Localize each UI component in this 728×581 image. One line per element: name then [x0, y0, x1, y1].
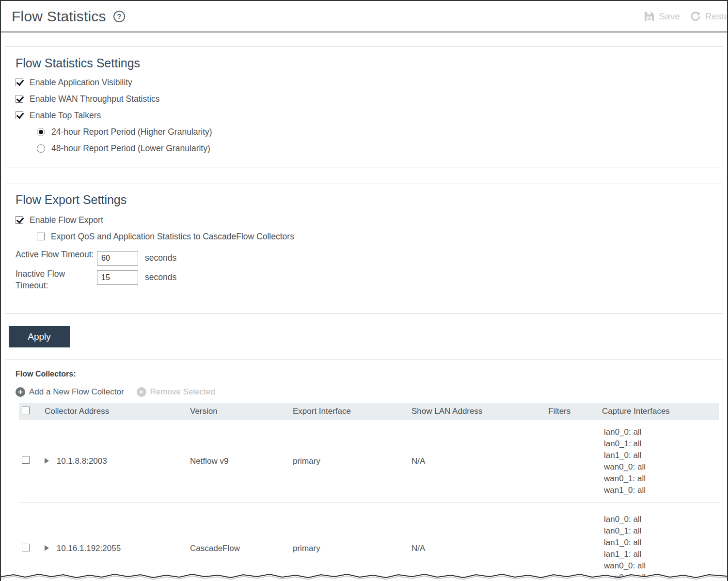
capture-interface: lan0_1: all [602, 525, 719, 537]
collector-filters [548, 420, 602, 502]
option-48-hour-report-period[interactable]: 48-hour Report Period (Lower Granularity… [37, 143, 723, 154]
capture-interface: wan0_0: all [602, 461, 719, 473]
restart-icon [690, 11, 701, 22]
column-header-export-interface: Export Interface [293, 403, 411, 420]
checkbox-icon[interactable] [16, 111, 23, 119]
section-heading-flow-statistics-settings: Flow Statistics Settings [16, 55, 723, 71]
option-24-hour-report-period[interactable]: 24-hour Report Period (Higher Granularit… [37, 126, 723, 137]
capture-interface: lan0_0: all [602, 426, 719, 438]
flow-collectors-toolbar: + Add a New Flow Collector ✕ Remove Sele… [16, 387, 723, 397]
collector-row: 10.1.8.8:2003 Netflow v9 primary N/A lan… [19, 420, 719, 502]
expand-arrow-icon[interactable] [45, 545, 49, 551]
torn-edge-decoration [1, 572, 727, 581]
help-icon[interactable]: ? [113, 11, 125, 22]
collector-address: 10.1.8.8:2003 [57, 456, 107, 466]
option-label: 24-hour Report Period (Higher Granularit… [51, 127, 212, 137]
plus-icon: + [16, 387, 25, 397]
save-icon [644, 11, 655, 22]
flow-collectors-label: Flow Collectors: [16, 370, 723, 378]
option-enable-application-visibility[interactable]: Enable Application Visibility [16, 77, 723, 88]
active-flow-timeout-row: Active Flow Timeout: seconds [16, 249, 723, 266]
flow-collectors-table: Collector Address Version Export Interfa… [19, 403, 719, 581]
section-heading-flow-export-settings: Flow Export Settings [16, 191, 723, 208]
capture-interface: lan0_1: all [602, 438, 719, 450]
row-checkbox[interactable] [22, 456, 30, 464]
checkbox-icon[interactable] [16, 79, 23, 86]
capture-interface: wan0_0: all [602, 560, 719, 572]
add-flow-collector-button[interactable]: + Add a New Flow Collector [16, 387, 124, 397]
collector-version: CascadeFlow [190, 502, 293, 581]
flow-statistics-settings-panel: Flow Statistics Settings Enable Applicat… [5, 46, 723, 168]
flow-collectors-panel: Flow Collectors: + Add a New Flow Collec… [5, 360, 723, 581]
apply-button[interactable]: Apply [9, 326, 70, 347]
flow-export-settings-panel: Flow Export Settings Enable Flow Export … [5, 184, 723, 314]
expand-arrow-icon[interactable] [45, 458, 49, 464]
save-button[interactable]: Save [644, 11, 680, 22]
capture-interface: lan1_1: all [602, 549, 719, 560]
table-header-row: Collector Address Version Export Interfa… [19, 403, 719, 420]
inactive-flow-timeout-row: Inactive Flow Timeout: seconds [16, 268, 723, 291]
option-enable-top-talkers[interactable]: Enable Top Talkers [16, 110, 723, 121]
column-header-filters: Filters [548, 403, 602, 420]
titlebar-actions: Save Restart [644, 1, 728, 31]
checkbox-icon[interactable] [16, 216, 23, 224]
restart-label: Restart [705, 11, 728, 22]
unit-label: seconds [145, 272, 176, 283]
titlebar: Flow Statistics ? Save Restart [1, 1, 727, 32]
inactive-flow-timeout-input[interactable] [97, 270, 138, 285]
main-content: Flow Statistics Settings Enable Applicat… [1, 46, 727, 581]
flow-statistics-page: Flow Statistics ? Save Restart [0, 0, 728, 581]
save-label: Save [659, 11, 680, 22]
column-header-capture-interfaces: Capture Interfaces [602, 403, 719, 420]
restart-button[interactable]: Restart [690, 11, 728, 22]
capture-interface: wan0_1: all [602, 473, 719, 485]
collector-filters [548, 502, 602, 581]
remove-selected-label: Remove Selected [150, 387, 215, 397]
remove-selected-button[interactable]: ✕ Remove Selected [137, 387, 215, 397]
option-label: Enable Flow Export [30, 215, 103, 225]
option-export-qos-statistics[interactable]: Export QoS and Application Statistics to… [37, 231, 723, 242]
collector-show-lan: N/A [411, 502, 548, 581]
checkbox-icon[interactable] [16, 95, 23, 103]
capture-interface: wan1_0: all [602, 485, 719, 496]
field-label: Inactive Flow Timeout: [16, 268, 97, 291]
collector-show-lan: N/A [411, 420, 548, 502]
option-label: Enable Top Talkers [30, 110, 101, 121]
collector-export-interface: primary [293, 502, 411, 581]
checkbox-icon[interactable] [37, 233, 45, 240]
option-label: 48-hour Report Period (Lower Granularity… [51, 143, 210, 154]
active-flow-timeout-input[interactable] [97, 251, 138, 266]
capture-interface: lan1_0: all [602, 450, 719, 461]
select-all-checkbox[interactable] [22, 407, 30, 414]
page-title: Flow Statistics [12, 8, 106, 25]
option-enable-flow-export[interactable]: Enable Flow Export [16, 215, 723, 225]
radio-icon[interactable] [37, 128, 45, 136]
option-label: Enable WAN Throughput Statistics [30, 94, 159, 104]
option-enable-wan-throughput-statistics[interactable]: Enable WAN Throughput Statistics [16, 94, 723, 104]
column-header-show-lan-address: Show LAN Address [411, 403, 548, 420]
collector-export-interface: primary [293, 420, 411, 502]
radio-icon[interactable] [37, 144, 45, 153]
add-flow-collector-label: Add a New Flow Collector [29, 387, 124, 397]
capture-interface: lan1_0: all [602, 537, 719, 549]
column-header-version: Version [190, 403, 293, 420]
collector-capture-interfaces: lan0_0: all lan0_1: all lan1_0: all wan0… [602, 420, 719, 502]
unit-label: seconds [145, 253, 176, 263]
collector-capture-interfaces: lan0_0: all lan0_1: all lan1_0: all lan1… [602, 502, 719, 581]
column-header-collector-address: Collector Address [45, 403, 190, 420]
field-label: Active Flow Timeout: [16, 249, 97, 260]
row-checkbox[interactable] [22, 544, 30, 551]
collector-row: 10.16.1.192:2055 CascadeFlow primary N/A… [19, 502, 719, 581]
capture-interface: lan0_0: all [602, 514, 719, 525]
option-label: Enable Application Visibility [30, 78, 132, 88]
collector-version: Netflow v9 [190, 420, 293, 502]
x-icon: ✕ [137, 387, 146, 397]
collector-address: 10.16.1.192:2055 [57, 544, 121, 553]
option-label: Export QoS and Application Statistics to… [51, 232, 294, 242]
